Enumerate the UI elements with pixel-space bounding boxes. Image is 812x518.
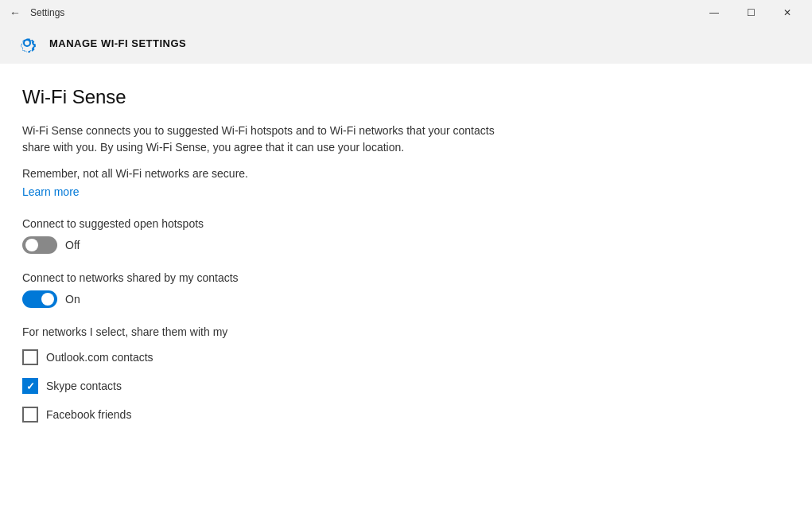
toggle1-thumb bbox=[25, 239, 38, 251]
main-content: Wi-Fi Sense Wi-Fi Sense connects you to … bbox=[0, 64, 812, 518]
checkbox-skype[interactable] bbox=[22, 378, 38, 394]
toggle2-row: On bbox=[22, 290, 790, 308]
checkbox-skype-label: Skype contacts bbox=[46, 380, 122, 392]
checkbox-outlook[interactable] bbox=[22, 349, 38, 365]
toggle1-label: Connect to suggested open hotspots bbox=[22, 217, 790, 230]
header-bar: MANAGE WI-FI SETTINGS bbox=[0, 25, 812, 64]
title-bar: ← Settings — ☐ ✕ bbox=[0, 0, 812, 25]
toggle1-switch[interactable] bbox=[22, 236, 57, 254]
toggle1-status: Off bbox=[65, 239, 80, 251]
toggle2-group: Connect to networks shared by my contact… bbox=[22, 271, 790, 308]
checkbox-facebook[interactable] bbox=[22, 407, 38, 423]
toggle1-row: Off bbox=[22, 236, 790, 254]
gear-icon bbox=[16, 32, 38, 54]
share-section-header: For networks I select, share them with m… bbox=[22, 325, 790, 338]
maximize-button[interactable]: ☐ bbox=[732, 0, 769, 25]
title-bar-controls: — ☐ ✕ bbox=[696, 0, 806, 25]
checkbox-outlook-label: Outlook.com contacts bbox=[46, 351, 153, 364]
remember-text: Remember, not all Wi-Fi networks are sec… bbox=[22, 167, 790, 180]
title-bar-left: ← Settings bbox=[6, 3, 64, 22]
checkbox-skype-row: Skype contacts bbox=[22, 378, 790, 394]
page-title: Wi-Fi Sense bbox=[22, 86, 790, 108]
toggle2-switch[interactable] bbox=[22, 290, 57, 308]
toggle2-label: Connect to networks shared by my contact… bbox=[22, 271, 790, 284]
checkbox-facebook-label: Facebook friends bbox=[46, 408, 131, 421]
toggle2-thumb bbox=[41, 293, 54, 306]
back-button[interactable]: ← bbox=[6, 3, 24, 22]
toggle2-status: On bbox=[65, 293, 80, 306]
toggle1-group: Connect to suggested open hotspots Off bbox=[22, 217, 790, 254]
window-title: Settings bbox=[30, 7, 64, 18]
checkbox-facebook-row: Facebook friends bbox=[22, 407, 790, 423]
close-button[interactable]: ✕ bbox=[769, 0, 806, 25]
description-text: Wi-Fi Sense connects you to suggested Wi… bbox=[22, 123, 499, 156]
checkbox-outlook-row: Outlook.com contacts bbox=[22, 349, 790, 365]
minimize-button[interactable]: — bbox=[696, 0, 732, 25]
learn-more-link[interactable]: Learn more bbox=[22, 185, 80, 198]
header-title: MANAGE WI-FI SETTINGS bbox=[49, 37, 186, 49]
